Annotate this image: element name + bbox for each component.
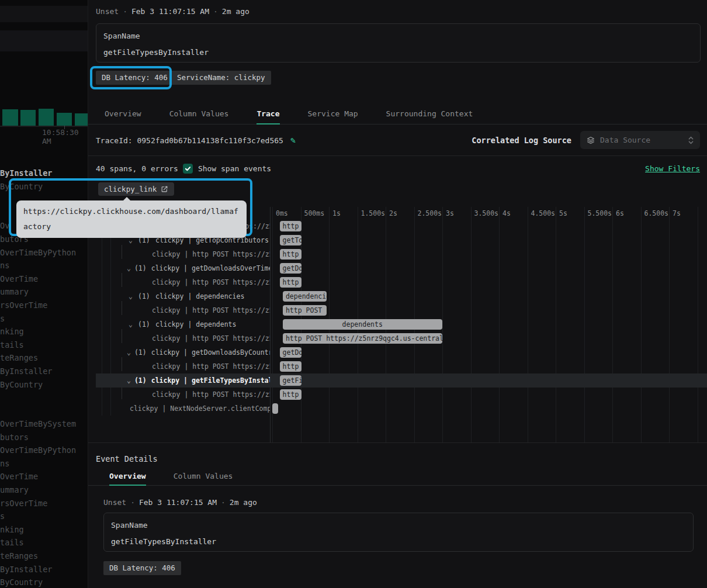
span-duration-bar[interactable]: http POST https://z5nrz9qgc4.us-central1 [280, 277, 302, 288]
span-name: clickpy | http POST https://z5nrz9qgc4.u… [96, 331, 270, 345]
span-duration-bar[interactable]: http POST https://z5nrz9qgc4.us-central1 [280, 389, 302, 400]
show-span-events-label[interactable]: Show span events [198, 164, 271, 173]
span-name-text: clickpy | http POST https://z5nrz9qgc4.u… [152, 303, 270, 317]
histogram-time-label: 10:58:30 AM [42, 128, 88, 146]
service-name-badge[interactable]: ServiceName: clickpy [171, 71, 271, 85]
event-meta-bottom: Unset·Feb 3 11:07:15 AM·2m ago [103, 498, 257, 507]
trace-span-row[interactable]: ⌄(1)clickpy | dependenciesdependencies [96, 289, 707, 303]
event-meta: Unset·Feb 3 11:07:15 AM·2m ago [96, 7, 249, 16]
span-name-text: clickpy | http POST https://z5nrz9qgc4.u… [152, 388, 270, 402]
trace-id-row: TraceId: 0952fad0b67b114138fc110f3c7ed56… [96, 135, 296, 146]
chevron-down-icon[interactable]: ⌄ [127, 317, 134, 331]
background-list-item: butors [0, 433, 29, 442]
background-list-item: rsOverTime [0, 300, 47, 310]
histogram-bar [2, 109, 18, 126]
timeline-tick-label: 3s [446, 209, 454, 217]
chevron-down-icon[interactable]: ⌄ [127, 345, 131, 359]
tab-column-values[interactable]: Column Values [169, 105, 229, 124]
span-name: clickpy | http POST https://z5nrz9qgc4.u… [96, 303, 270, 317]
background-histogram [0, 88, 88, 126]
span-duration-bar[interactable] [272, 403, 278, 414]
span-duration-bar[interactable]: getTopContributors [280, 235, 302, 245]
background-list-item: ummary [0, 287, 29, 296]
background-list-item: nking [0, 327, 24, 336]
span-name-value: getFileTypesByInstaller [111, 537, 216, 546]
clickpy-link-chip[interactable]: clickpy_link [98, 182, 174, 196]
background-list-item: teRanges [0, 353, 38, 362]
span-duration-bar[interactable]: http POST https://z5nrz9qgc4.us-central1 [283, 305, 327, 316]
timeline-tick-label: 5s [559, 209, 567, 217]
span-duration-bar[interactable]: dependents [283, 319, 442, 330]
trace-span-row[interactable]: clickpy | NextNodeServer.clientComponent… [96, 402, 707, 416]
show-filters-link[interactable]: Show Filters [645, 164, 700, 173]
show-span-events-checkbox[interactable] [183, 164, 193, 174]
background-list-item: nking [0, 525, 24, 534]
event-details-tab-column-values[interactable]: Column Values [174, 468, 233, 485]
span-name-card-bottom: SpanName getFileTypesByInstaller [103, 513, 694, 552]
trace-span-row[interactable]: ⌄(1)clickpy | dependentsdependents [96, 317, 707, 331]
span-duration-bar[interactable]: getFileTypesByInstaller [280, 375, 302, 386]
event-details-tab-overview[interactable]: Overview [109, 468, 146, 485]
trace-span-row[interactable]: clickpy | http POST https://z5nrz9qgc4.u… [96, 275, 707, 289]
span-name: ⌄(1)clickpy | getDownloadsByCountry [96, 345, 270, 359]
timeline-tick-label: 6s [616, 209, 624, 217]
span-duration-bar[interactable]: http POST https://z5nrz9qgc4.us-central1 [283, 333, 442, 344]
span-name-key: SpanName [111, 521, 148, 530]
db-latency-badge[interactable]: DB Latency: 406 [96, 71, 174, 85]
background-list-item: teRanges [0, 551, 38, 561]
timeline-tick-label: 1s [332, 209, 341, 217]
edit-trace-id-icon[interactable]: ✎ [290, 135, 296, 146]
span-name-text: clickpy | NextNodeServer.clientComponent… [130, 402, 270, 416]
tab-service-map[interactable]: Service Map [308, 105, 358, 124]
histogram-bar [57, 113, 72, 126]
span-duration-bar[interactable]: getDownloadsByCountry [280, 347, 302, 358]
timeline-tick-label: 0ms [276, 209, 288, 217]
spans-summary: 40 spans, 0 errors [96, 164, 178, 173]
tab-surrounding-context[interactable]: Surrounding Context [386, 105, 473, 124]
trace-span-row[interactable]: clickpy | http POST https://z5nrz9qgc4.u… [96, 331, 707, 345]
span-name-text: clickpy | getDownloadsByCountry [151, 345, 270, 359]
trace-span-row[interactable]: ⌄(1)clickpy | getFileTypesByInstallerget… [96, 373, 707, 388]
trace-span-row[interactable]: ⌄(1)clickpy | getDownloadsByCountrygetDo… [96, 345, 707, 359]
event-timestamp: Feb 3 11:07:15 AM [139, 498, 217, 507]
span-name: ⌄(1)clickpy | dependencies [96, 289, 270, 303]
event-details-tabs: OverviewColumn Values [88, 468, 707, 486]
span-duration-bar[interactable]: dependencies [283, 291, 327, 302]
trace-span-row[interactable]: clickpy | http POST https://z5nrz9qgc4.u… [96, 388, 707, 402]
trace-id-text: TraceId: 0952fad0b67b114138fc110f3c7ed56… [96, 136, 283, 145]
span-name-text: clickpy | http POST https://z5nrz9qgc4.u… [152, 331, 270, 345]
background-list-item: OverTimeByPython [0, 445, 76, 455]
data-source-select[interactable]: Data Source [580, 131, 700, 149]
db-latency-badge-bottom[interactable]: DB Latency: 406 [103, 561, 181, 575]
background-list-item: tails [0, 340, 24, 350]
span-duration-bar[interactable]: getDownloadsOverTimeBySystem [280, 263, 302, 274]
span-duration-bar[interactable]: http POST https://z5nrz9qgc4.us-central1 [280, 361, 302, 372]
histogram-bar [75, 113, 88, 126]
histogram-axis [0, 126, 88, 127]
chevron-down-icon[interactable]: ⌄ [127, 289, 134, 303]
background-list-item: Ov [0, 221, 9, 230]
tab-overview[interactable]: Overview [105, 105, 141, 124]
span-name: clickpy | http POST https://z5nrz9qgc4.u… [96, 247, 270, 261]
timeline-tick-label: 2.500s [418, 209, 442, 217]
trace-span-row[interactable]: clickpy | http POST https://z5nrz9qgc4.u… [96, 247, 707, 261]
background-header-band [0, 6, 88, 22]
layers-icon [586, 136, 595, 145]
trace-span-row[interactable]: clickpy | http POST https://z5nrz9qgc4.u… [96, 303, 707, 317]
span-duration-bar[interactable]: http POST https://z5nrz9qgc4.us-central1 [280, 249, 302, 260]
chevron-down-icon[interactable]: ⌄ [127, 261, 131, 275]
histogram-bar [39, 109, 54, 126]
trace-span-row[interactable]: clickpy | http POST https://z5nrz9qgc4.u… [96, 359, 707, 373]
trace-span-row[interactable]: ⌄(1)clickpy | getDownloadsOverTimeBySyst… [96, 261, 707, 275]
background-list-item: ByInstaller [0, 366, 52, 376]
span-name-text: clickpy | http POST https://z5nrz9qgc4.u… [152, 359, 270, 373]
correlated-log-source-label: Correlated Log Source [472, 136, 571, 145]
clickpy-link-label: clickpy_link [104, 185, 157, 193]
span-name-text: clickpy | dependents [155, 317, 236, 331]
background-list-item: tails [0, 538, 24, 547]
event-relative-time: 2m ago [230, 498, 257, 507]
span-duration-bar[interactable]: http POST https://z5nrz9qgc4.us-central1 [280, 221, 302, 231]
event-details-title: Event Details [96, 454, 158, 464]
chevron-down-icon[interactable]: ⌄ [127, 373, 131, 388]
tab-trace[interactable]: Trace [257, 105, 279, 124]
